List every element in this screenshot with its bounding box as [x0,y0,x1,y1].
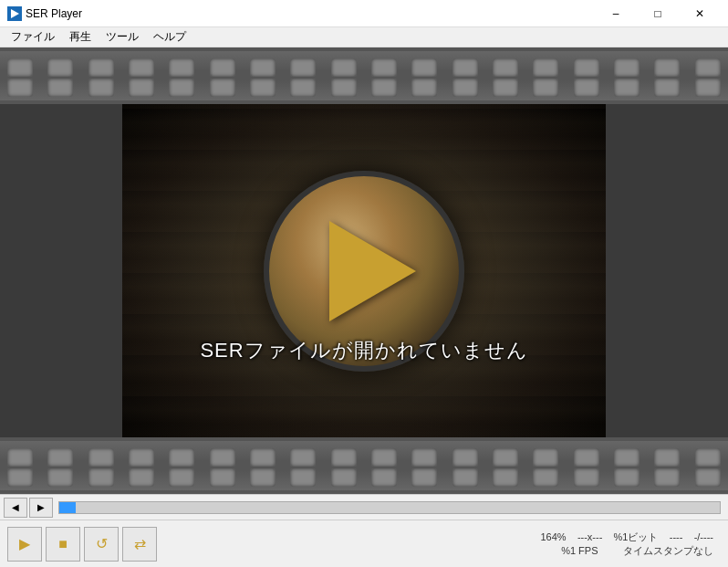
video-area: SERファイルが開かれていません [0,104,728,437]
timestamp-info: タイムスタンプなし [623,545,713,556]
menubar: ファイル 再生 ツール ヘルプ [0,27,728,47]
play-button[interactable]: ▶ [7,527,42,562]
swap-icon: ⇄ [134,535,146,552]
menu-help[interactable]: ヘルプ [146,27,193,47]
status-bar: 164% ---x--- %1ビット ---- -/---- %1 FPS タイ… [541,530,722,558]
x-coord: ---x--- [577,531,602,542]
menu-play[interactable]: 再生 [62,27,99,47]
seek-thumb [59,502,76,513]
bit-info: %1ビット [614,531,659,542]
maximize-button[interactable]: □ [637,0,679,27]
prev-frame-button[interactable]: ◀ [4,498,27,518]
menu-tools[interactable]: ツール [99,27,146,47]
minimize-button[interactable]: – [595,0,637,27]
next-frame-button[interactable]: ▶ [29,498,53,518]
fps-info: %1 FPS [561,545,598,556]
titlebar: SER Player – □ ✕ [0,0,728,27]
main-area: SERファイルが開かれていません [0,47,728,567]
filmstrip-bottom [0,437,728,494]
no-file-message: SERファイルが開かれていません [122,337,606,364]
menu-file[interactable]: ファイル [4,27,62,47]
play-icon [313,221,416,321]
status-line-2: %1 FPS タイムスタンプなし [561,544,713,558]
filmstrip-top [0,47,728,104]
status-line-1: 164% ---x--- %1ビット ---- -/---- [541,530,714,544]
loop-icon: ↺ [96,535,108,552]
window-title: SER Player [26,7,595,20]
time-value: -/---- [694,531,713,542]
play-icon: ▶ [19,535,30,552]
app-icon [7,6,22,21]
seek-controls-bar: ◀ ▶ [0,494,728,520]
video-frame: SERファイルが開かれていません [122,104,606,437]
zoom-level: 164% [541,531,567,542]
loop-button[interactable]: ↺ [84,527,119,562]
close-button[interactable]: ✕ [679,0,721,27]
stop-icon: ■ [58,536,68,552]
swap-button[interactable]: ⇄ [122,527,157,562]
separator: ---- [670,531,683,542]
stop-button[interactable]: ■ [46,527,80,562]
seek-bar[interactable] [58,501,721,514]
transport-bar: ▶ ■ ↺ ⇄ 164% ---x--- %1ビット ---- -/---- [0,520,728,567]
